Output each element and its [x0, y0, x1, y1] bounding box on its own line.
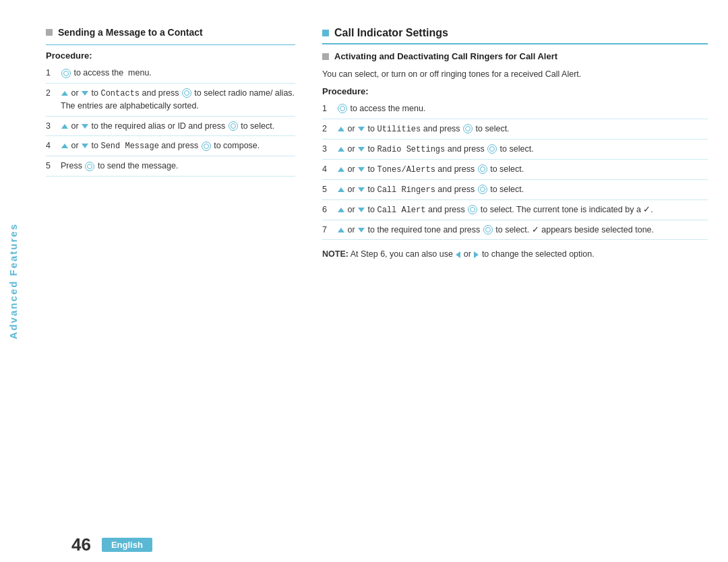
left-step-5: 5 Press to send the message. — [46, 156, 295, 177]
ok-button-icon — [202, 142, 211, 151]
arrow-down-icon — [358, 208, 365, 212]
r-step-num-1: 1 — [322, 102, 333, 115]
arrow-down-icon — [358, 127, 365, 131]
ok-button-icon — [463, 124, 473, 133]
note-block: NOTE: At Step 6, you can also use or to … — [322, 248, 708, 261]
ok-button-icon — [478, 164, 487, 174]
left-section-title: Sending a Message to a Contact — [58, 27, 203, 38]
ok-button-icon — [61, 69, 71, 78]
ok-button-icon — [487, 144, 497, 154]
right-main-header: Call Indicator Settings — [322, 27, 708, 44]
right-step-2: 2 or to Utilities and press to select. — [322, 119, 708, 139]
right-step-6: 6 or to Call Alert and press to select. … — [322, 200, 708, 220]
step-num-1: 1 — [46, 67, 57, 80]
ok-button-icon — [468, 205, 477, 214]
r-step-content-3: or to Radio Settings and press to select… — [337, 143, 708, 156]
arrow-down-icon — [358, 187, 365, 192]
right-column: Call Indicator Settings Activating and D… — [322, 27, 708, 514]
right-subsection-title: Activating and Deactivating Call Ringers… — [334, 51, 557, 61]
page-container: Advanced Features Sending a Message to a… — [0, 0, 728, 562]
r-step-content-6: or to Call Alert and press to select. Th… — [337, 204, 708, 216]
r-step-num-4: 4 — [322, 163, 333, 176]
right-procedure-label: Procedure: — [322, 86, 708, 96]
step-num-4: 4 — [46, 139, 57, 152]
main-content: Sending a Message to a Contact Procedure… — [26, 0, 728, 562]
arrow-down-icon — [358, 147, 365, 152]
left-column: Sending a Message to a Contact Procedure… — [46, 27, 295, 514]
ok-button-icon — [338, 104, 347, 113]
ok-button-icon — [229, 121, 238, 131]
step-content-4: or to Send Message and press to compose. — [61, 139, 295, 152]
arrow-up-icon — [338, 127, 344, 131]
arrow-left-icon — [456, 251, 460, 258]
arrow-up-icon — [338, 228, 344, 232]
left-step-2: 2 or to Contacts and press to select rad… — [46, 84, 295, 117]
ok-button-icon — [478, 185, 487, 194]
arrow-down-icon — [82, 144, 88, 148]
arrow-down-icon — [82, 124, 88, 129]
content-body: Sending a Message to a Contact Procedure… — [26, 0, 728, 528]
arrow-right-icon — [474, 251, 479, 258]
left-step-list: 1 to access the menu. 2 or to Contacts a… — [46, 63, 295, 177]
r-step-content-5: or to Call Ringers and press to select. — [337, 183, 708, 196]
language-badge: English — [102, 538, 152, 552]
arrow-down-icon — [358, 228, 365, 232]
right-step-5: 5 or to Call Ringers and press to select… — [322, 180, 708, 200]
sidebar-label: Advanced Features — [0, 0, 26, 562]
r-step-content-7: or to the required tone and press to sel… — [337, 224, 708, 237]
step-num-3: 3 — [46, 120, 57, 133]
arrow-up-icon — [338, 167, 344, 172]
arrow-down-icon — [358, 167, 365, 172]
r-step-content-4: or to Tones/Alerts and press to select. — [337, 163, 708, 176]
arrow-down-icon — [82, 91, 88, 96]
left-step-1: 1 to access the menu. — [46, 63, 295, 84]
step-content-5: Press to send the message. — [61, 160, 295, 173]
step-content-3: or to the required alias or ID and press… — [61, 120, 295, 133]
right-step-list: 1 to access the menu. 2 or to Utilities … — [322, 99, 708, 241]
arrow-up-icon — [338, 187, 344, 192]
subsection-description: You can select, or turn on or off ringin… — [322, 68, 708, 81]
r-step-num-3: 3 — [322, 143, 333, 156]
page-number: 46 — [71, 534, 91, 555]
left-procedure-label: Procedure: — [46, 51, 295, 61]
r-step-num-5: 5 — [322, 183, 333, 196]
arrow-up-icon — [61, 91, 68, 96]
note-label: NOTE: — [322, 249, 348, 259]
ok-button-icon — [483, 225, 493, 235]
right-step-1: 1 to access the menu. — [322, 99, 708, 119]
step-content-2: or to Contacts and press to select radio… — [61, 87, 295, 113]
r-step-num-2: 2 — [322, 123, 333, 135]
step-num-5: 5 — [46, 160, 57, 173]
right-step-7: 7 or to the required tone and press to s… — [322, 220, 708, 241]
left-step-4: 4 or to Send Message and press to compos… — [46, 136, 295, 156]
left-step-3: 3 or to the required alias or ID and pre… — [46, 117, 295, 137]
r-step-content-2: or to Utilities and press to select. — [337, 123, 708, 135]
r-step-content-1: to access the menu. — [337, 102, 708, 115]
right-step-4: 4 or to Tones/Alerts and press to select… — [322, 160, 708, 180]
r-step-num-7: 7 — [322, 224, 333, 237]
ok-button-icon — [182, 88, 191, 98]
arrow-up-icon — [61, 124, 68, 129]
step-content-1: to access the menu. — [61, 67, 295, 80]
step-num-2: 2 — [46, 87, 57, 113]
gray-square-2-icon — [322, 53, 329, 60]
right-main-title: Call Indicator Settings — [334, 27, 448, 39]
sidebar-text: Advanced Features — [7, 223, 19, 339]
right-step-3: 3 or to Radio Settings and press to sele… — [322, 139, 708, 160]
right-subsection-header: Activating and Deactivating Call Ringers… — [322, 51, 708, 64]
note-text: At Step 6, you can also use or to change… — [351, 249, 595, 259]
right-subsection: Activating and Deactivating Call Ringers… — [322, 51, 708, 261]
blue-square-icon — [322, 30, 329, 36]
left-section-header: Sending a Message to a Contact — [46, 27, 295, 40]
gray-square-icon — [46, 29, 53, 36]
ok-button-icon — [85, 162, 94, 171]
page-footer: 46 English — [51, 528, 728, 562]
arrow-up-icon — [61, 144, 68, 148]
arrow-up-icon — [338, 208, 344, 212]
r-step-num-6: 6 — [322, 204, 333, 216]
arrow-up-icon — [338, 147, 344, 152]
